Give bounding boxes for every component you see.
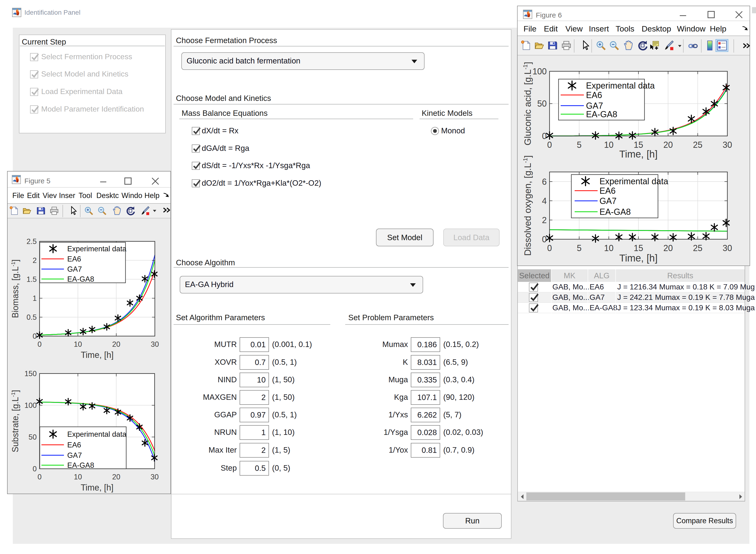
svg-text:25: 25	[693, 140, 702, 150]
svg-text:Experimental data: Experimental data	[67, 430, 127, 438]
svg-text:1.5: 1.5	[26, 275, 37, 283]
svg-text:0: 0	[33, 465, 37, 473]
svg-text:4: 4	[542, 196, 547, 206]
svg-text:20: 20	[663, 140, 673, 150]
svg-text:Gluconic acid, [g.L-1]: Gluconic acid, [g.L-1]	[522, 62, 533, 146]
svg-text:0: 0	[33, 332, 37, 340]
svg-text:5: 5	[577, 243, 582, 253]
svg-text:Substrate, [g.L-1]: Substrate, [g.L-1]	[10, 390, 20, 452]
svg-text:Experimental data: Experimental data	[586, 81, 655, 91]
svg-text:Time, [h]: Time, [h]	[620, 149, 658, 160]
svg-text:10: 10	[604, 140, 614, 150]
svg-text:50: 50	[28, 433, 37, 441]
svg-text:GA7: GA7	[586, 101, 603, 111]
svg-text:EA6: EA6	[67, 255, 81, 263]
svg-text:EA-GA8: EA-GA8	[586, 109, 617, 119]
svg-text:50: 50	[537, 99, 547, 108]
svg-text:2: 2	[542, 215, 547, 225]
svg-text:15: 15	[634, 243, 643, 253]
svg-text:10: 10	[74, 473, 82, 481]
svg-text:10: 10	[74, 340, 82, 348]
svg-text:0: 0	[542, 131, 547, 141]
svg-text:30: 30	[151, 340, 159, 348]
svg-text:100: 100	[532, 66, 547, 76]
svg-text:GA7: GA7	[67, 265, 82, 273]
svg-text:15: 15	[634, 140, 643, 150]
svg-text:Time, [h]: Time, [h]	[620, 253, 658, 264]
svg-text:Time, [h]: Time, [h]	[81, 483, 114, 492]
svg-text:Experimental data: Experimental data	[599, 176, 668, 186]
svg-text:Dissolved oxygen, [g.L-1]: Dissolved oxygen, [g.L-1]	[522, 155, 533, 256]
svg-text:GA7: GA7	[599, 196, 617, 206]
svg-text:30: 30	[722, 243, 732, 253]
svg-text:2.5: 2.5	[26, 237, 37, 245]
svg-text:0: 0	[38, 340, 42, 348]
svg-text:GA7: GA7	[67, 451, 82, 459]
svg-text:Biomass, [g.L-1]: Biomass, [g.L-1]	[10, 259, 20, 318]
svg-text:EA6: EA6	[586, 90, 602, 100]
svg-text:EA-GA8: EA-GA8	[599, 207, 631, 217]
svg-text:0: 0	[547, 140, 552, 150]
svg-text:Experimental data: Experimental data	[67, 245, 127, 253]
svg-text:Time, [h]: Time, [h]	[81, 350, 114, 360]
svg-text:0: 0	[547, 243, 552, 253]
svg-text:1: 1	[33, 294, 37, 302]
svg-text:EA6: EA6	[599, 186, 616, 196]
svg-text:EA-GA8: EA-GA8	[67, 461, 94, 469]
svg-text:0: 0	[38, 473, 42, 481]
svg-text:6: 6	[542, 177, 547, 187]
svg-text:2: 2	[33, 256, 37, 265]
svg-text:20: 20	[112, 340, 120, 348]
svg-text:20: 20	[663, 243, 673, 253]
svg-text:EA6: EA6	[67, 441, 81, 449]
svg-text:20: 20	[112, 473, 120, 481]
svg-text:150: 150	[24, 370, 37, 378]
svg-text:0.5: 0.5	[26, 313, 37, 321]
svg-text:10: 10	[604, 243, 614, 253]
svg-text:30: 30	[722, 140, 732, 150]
svg-text:EA-GA8: EA-GA8	[67, 275, 94, 283]
svg-text:5: 5	[577, 140, 582, 150]
svg-text:25: 25	[693, 243, 702, 253]
svg-text:100: 100	[24, 401, 37, 409]
svg-text:30: 30	[151, 473, 159, 481]
